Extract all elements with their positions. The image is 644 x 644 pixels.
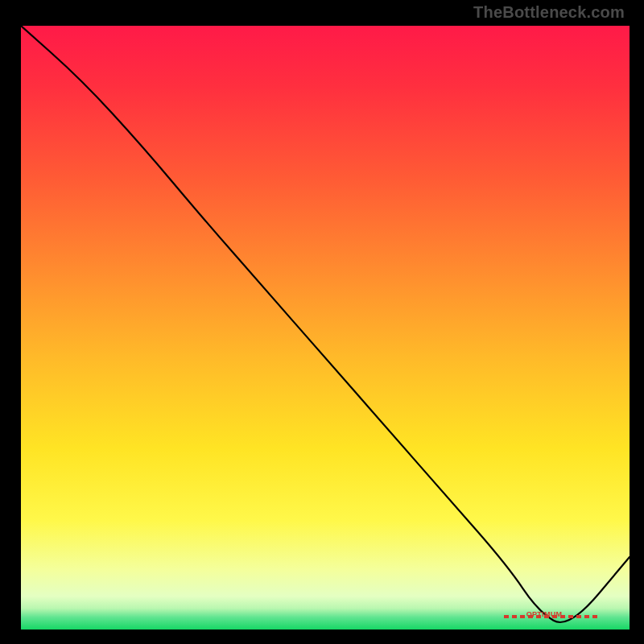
credit-label: TheBottleneck.com (473, 3, 625, 22)
chart-svg (21, 26, 630, 630)
chart-background (21, 26, 630, 630)
chart-frame: OPTIMUM (18, 23, 626, 626)
optimum-marker-label: OPTIMUM (526, 610, 563, 618)
